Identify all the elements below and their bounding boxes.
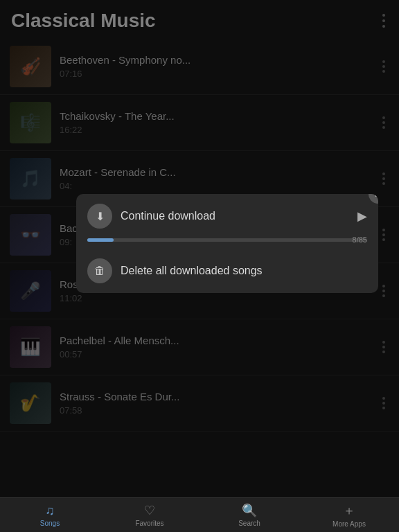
delete-songs-button[interactable]: 🗑 Delete all downloaded songs (76, 249, 378, 293)
search-icon: 🔍 (242, 503, 257, 518)
continue-download-label: Continue download (121, 210, 357, 222)
progress-bar-fill (87, 238, 114, 242)
tab-favorites-label: Favorites (135, 520, 163, 527)
play-icon: ▶ (357, 209, 367, 224)
tab-search[interactable]: 🔍 Search (200, 498, 299, 532)
tab-favorites[interactable]: ♡ Favorites (100, 498, 200, 532)
progress-label: 8/85 (353, 236, 367, 244)
favorites-icon: ♡ (144, 503, 155, 518)
tab-songs[interactable]: ♫ Songs (0, 498, 100, 532)
tab-search-label: Search (238, 520, 260, 527)
progress-bar-background (87, 238, 367, 242)
songs-icon: ♫ (45, 504, 55, 518)
more-icon: ＋ (343, 502, 355, 519)
trash-icon: 🗑 (87, 258, 112, 283)
tab-more[interactable]: ＋ More Apps (299, 498, 399, 532)
tab-songs-label: Songs (40, 520, 60, 527)
tab-bar: ♫ Songs ♡ Favorites 🔍 Search ＋ More Apps (0, 497, 399, 532)
download-icon: ⬇ (87, 204, 112, 229)
delete-label: Delete all downloaded songs (121, 265, 367, 277)
continue-download-button[interactable]: ⬇ Continue download ▶ (76, 194, 378, 238)
tab-more-label: More Apps (332, 520, 366, 528)
download-popup: ✕ ⬇ Continue download ▶ 8/85 🗑 Delete al… (76, 194, 378, 293)
progress-container: 8/85 (76, 238, 378, 249)
